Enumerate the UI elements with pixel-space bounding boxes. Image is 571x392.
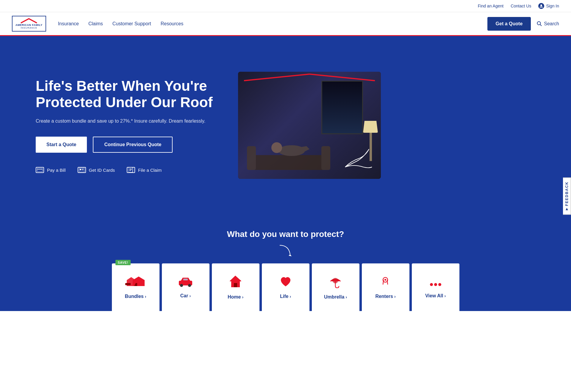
svg-point-24 (188, 284, 191, 287)
svg-rect-17 (321, 146, 330, 170)
svg-rect-16 (247, 146, 256, 170)
protect-title: What do you want to protect? (12, 229, 559, 239)
pay-bill-link[interactable]: Pay a Bill (36, 167, 66, 173)
pay-bill-icon (36, 167, 44, 173)
get-id-cards-link[interactable]: Get ID Cards (78, 167, 115, 173)
nav-resources[interactable]: Resources (161, 21, 183, 26)
category-card-umbrella[interactable]: Umbrella › (312, 263, 359, 311)
sign-in-link[interactable]: Sign In (538, 3, 559, 9)
umbrella-icon (329, 275, 342, 291)
card-label-car: Car › (180, 293, 191, 299)
svg-marker-36 (566, 208, 568, 210)
signature-svg (339, 146, 375, 170)
feedback-button[interactable]: FEEDBACK (563, 177, 571, 215)
contact-us-link[interactable]: Contact Us (511, 4, 531, 8)
renters-icon (379, 276, 392, 290)
svg-point-32 (384, 279, 386, 281)
hero-section: Life's Better When You're Protected Unde… (0, 36, 571, 221)
card-label-renters: Renters › (375, 294, 395, 299)
svg-rect-25 (183, 279, 188, 280)
hero-quick-actions: Pay a Bill Get ID Cards (36, 167, 226, 173)
nav-links: Insurance Claims Customer Support Resour… (58, 21, 487, 26)
svg-point-34 (434, 283, 437, 286)
utility-bar: Find an Agent Contact Us Sign In (0, 0, 571, 12)
feedback-icon (565, 207, 569, 211)
svg-rect-21 (125, 283, 131, 285)
svg-point-23 (180, 284, 183, 287)
svg-line-13 (244, 74, 309, 81)
hero-content: Life's Better When You're Protected Unde… (36, 78, 226, 173)
nav-insurance[interactable]: Insurance (58, 21, 79, 26)
category-card-view-all[interactable]: View All › (412, 263, 459, 311)
logo-text-main: AMERICAN FAMILY (15, 24, 43, 27)
svg-line-14 (309, 74, 375, 81)
life-icon (280, 276, 292, 290)
feedback-tab-container: FEEDBACK (563, 177, 571, 215)
hero-subtitle: Create a custom bundle and save up to 27… (36, 118, 226, 125)
arrow-svg (274, 244, 298, 259)
svg-rect-3 (37, 168, 43, 172)
get-quote-button[interactable]: Get a Quote (487, 17, 531, 31)
card-label-life: Life › (280, 294, 291, 299)
svg-point-1 (537, 21, 541, 25)
id-card-icon (78, 167, 86, 173)
category-card-life[interactable]: Life › (262, 263, 309, 311)
couch-scene-svg (244, 113, 333, 173)
hero-buttons: Start a Quote Continue Previous Quote (36, 137, 226, 153)
hero-image (238, 72, 381, 179)
category-card-home[interactable]: Home › (212, 263, 259, 311)
category-card-car[interactable]: Car › (162, 263, 209, 311)
svg-point-0 (540, 4, 542, 6)
nav-right: Get a Quote Search (487, 17, 559, 31)
search-icon (537, 21, 542, 26)
card-label-bundles: Bundles › (125, 294, 146, 299)
search-button[interactable]: Search (537, 21, 559, 26)
card-label-view all: View All › (425, 293, 446, 299)
svg-line-2 (540, 24, 542, 26)
protect-section: What do you want to protect? SAVE! Bundl… (0, 221, 571, 311)
car-icon (177, 276, 194, 290)
category-cards-row: SAVE! Bundles › Car › Home › Life › Umbr… (12, 263, 559, 311)
hero-roof-svg (238, 72, 381, 84)
main-nav: AMERICAN FAMILY INSURANCE Insurance Clai… (0, 12, 571, 36)
svg-point-19 (271, 142, 282, 153)
logo[interactable]: AMERICAN FAMILY INSURANCE (12, 16, 46, 32)
home-icon (229, 275, 242, 291)
card-label-home: Home › (228, 294, 243, 300)
logo-text-sub: INSURANCE (21, 26, 37, 29)
find-agent-link[interactable]: Find an Agent (478, 4, 503, 8)
svg-rect-6 (80, 169, 81, 170)
card-label-umbrella: Umbrella › (324, 294, 347, 300)
svg-marker-20 (289, 254, 292, 256)
nav-claims[interactable]: Claims (88, 21, 103, 26)
category-card-renters[interactable]: Renters › (362, 263, 409, 311)
save-badge: SAVE! (115, 260, 131, 265)
user-icon (538, 3, 544, 9)
more-icon (430, 276, 442, 290)
nav-customer-support[interactable]: Customer Support (112, 21, 151, 26)
lamp-shade (363, 121, 378, 133)
svg-rect-27 (234, 283, 237, 287)
svg-rect-15 (250, 155, 327, 170)
category-card-bundles[interactable]: SAVE! Bundles › (112, 263, 159, 311)
bundles-icon (125, 276, 146, 290)
svg-point-35 (438, 283, 441, 286)
start-quote-button[interactable]: Start a Quote (36, 137, 87, 153)
file-claim-link[interactable]: File a Claim (127, 167, 162, 173)
hero-title: Life's Better When You're Protected Unde… (36, 78, 226, 110)
continue-quote-button[interactable]: Continue Previous Quote (93, 137, 173, 153)
file-claim-icon (127, 167, 135, 173)
svg-point-33 (430, 283, 433, 286)
svg-point-30 (333, 278, 338, 283)
